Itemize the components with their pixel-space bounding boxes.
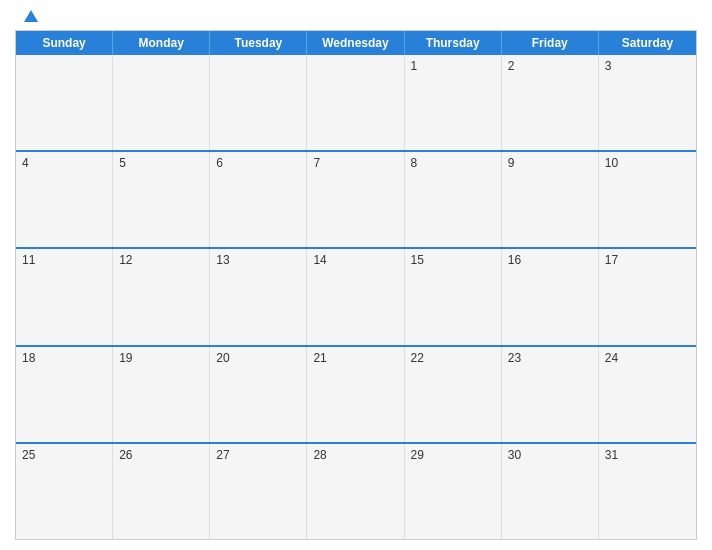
day-cell: 14 <box>307 249 404 344</box>
day-cell: 8 <box>405 152 502 247</box>
day-number: 17 <box>605 253 690 267</box>
day-header-sunday: Sunday <box>16 31 113 55</box>
day-cell: 28 <box>307 444 404 539</box>
day-number: 18 <box>22 351 106 365</box>
day-number: 11 <box>22 253 106 267</box>
day-number: 30 <box>508 448 592 462</box>
day-cell: 31 <box>599 444 696 539</box>
day-number: 5 <box>119 156 203 170</box>
day-header-saturday: Saturday <box>599 31 696 55</box>
day-number: 28 <box>313 448 397 462</box>
day-cell: 20 <box>210 347 307 442</box>
day-cell: 16 <box>502 249 599 344</box>
day-number: 14 <box>313 253 397 267</box>
day-number: 29 <box>411 448 495 462</box>
page: Sunday Monday Tuesday Wednesday Thursday… <box>0 0 712 550</box>
day-cell: 2 <box>502 55 599 150</box>
day-number: 7 <box>313 156 397 170</box>
day-cell: 22 <box>405 347 502 442</box>
day-number: 13 <box>216 253 300 267</box>
day-cell <box>210 55 307 150</box>
day-cell: 1 <box>405 55 502 150</box>
header <box>15 10 697 22</box>
day-cell: 3 <box>599 55 696 150</box>
day-cell: 11 <box>16 249 113 344</box>
day-number: 15 <box>411 253 495 267</box>
day-cell: 15 <box>405 249 502 344</box>
day-number: 22 <box>411 351 495 365</box>
day-number: 6 <box>216 156 300 170</box>
day-cell: 4 <box>16 152 113 247</box>
day-cell: 18 <box>16 347 113 442</box>
day-cell: 29 <box>405 444 502 539</box>
day-number: 10 <box>605 156 690 170</box>
calendar: Sunday Monday Tuesday Wednesday Thursday… <box>15 30 697 540</box>
day-header-wednesday: Wednesday <box>307 31 404 55</box>
logo <box>20 10 38 22</box>
day-cell <box>16 55 113 150</box>
logo-triangle-icon <box>24 10 38 22</box>
day-cell: 24 <box>599 347 696 442</box>
day-cell: 21 <box>307 347 404 442</box>
day-cell: 7 <box>307 152 404 247</box>
day-number: 4 <box>22 156 106 170</box>
day-number: 26 <box>119 448 203 462</box>
day-number: 12 <box>119 253 203 267</box>
day-header-tuesday: Tuesday <box>210 31 307 55</box>
day-number: 1 <box>411 59 495 73</box>
day-cell: 13 <box>210 249 307 344</box>
day-cell: 12 <box>113 249 210 344</box>
day-number: 31 <box>605 448 690 462</box>
day-cell: 27 <box>210 444 307 539</box>
day-number: 3 <box>605 59 690 73</box>
days-header: Sunday Monday Tuesday Wednesday Thursday… <box>16 31 696 55</box>
day-number: 25 <box>22 448 106 462</box>
day-number: 19 <box>119 351 203 365</box>
day-number: 20 <box>216 351 300 365</box>
day-cell: 6 <box>210 152 307 247</box>
day-cell: 30 <box>502 444 599 539</box>
day-number: 16 <box>508 253 592 267</box>
day-number: 2 <box>508 59 592 73</box>
day-cell: 26 <box>113 444 210 539</box>
day-cell: 9 <box>502 152 599 247</box>
week-row-2: 45678910 <box>16 150 696 247</box>
day-header-monday: Monday <box>113 31 210 55</box>
week-row-4: 18192021222324 <box>16 345 696 442</box>
day-cell <box>307 55 404 150</box>
day-cell: 19 <box>113 347 210 442</box>
day-number: 9 <box>508 156 592 170</box>
day-header-thursday: Thursday <box>405 31 502 55</box>
week-row-5: 25262728293031 <box>16 442 696 539</box>
day-number: 24 <box>605 351 690 365</box>
day-cell: 23 <box>502 347 599 442</box>
day-header-friday: Friday <box>502 31 599 55</box>
day-number: 8 <box>411 156 495 170</box>
day-number: 21 <box>313 351 397 365</box>
day-cell: 10 <box>599 152 696 247</box>
day-cell: 17 <box>599 249 696 344</box>
day-cell: 25 <box>16 444 113 539</box>
day-number: 27 <box>216 448 300 462</box>
day-cell <box>113 55 210 150</box>
week-row-1: 123 <box>16 55 696 150</box>
day-number: 23 <box>508 351 592 365</box>
day-cell: 5 <box>113 152 210 247</box>
weeks: 1234567891011121314151617181920212223242… <box>16 55 696 539</box>
logo-blue-row <box>20 10 38 22</box>
week-row-3: 11121314151617 <box>16 247 696 344</box>
